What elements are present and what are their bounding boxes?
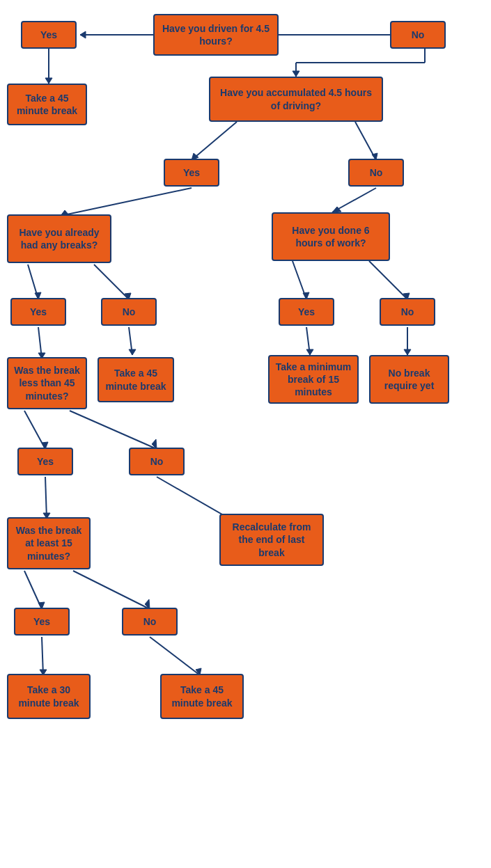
node-no-6: No: [122, 608, 178, 636]
svg-line-10: [192, 122, 237, 160]
node-was-break-15: Was the break at least 15 minutes?: [7, 517, 91, 569]
node-no-3: No: [101, 298, 157, 326]
svg-line-44: [73, 571, 150, 609]
svg-line-24: [369, 261, 407, 299]
node-driven-45: Have you driven for 4.5 hours?: [153, 14, 279, 56]
node-accumulated-45: Have you accumulated 4.5 hours of drivin…: [209, 77, 383, 122]
node-no-2: No: [348, 159, 404, 187]
node-break-less-45: Was the break less than 45 minutes?: [7, 357, 87, 409]
node-no-5: No: [129, 448, 185, 475]
svg-line-34: [24, 411, 45, 449]
svg-line-26: [38, 327, 42, 358]
svg-marker-5: [45, 78, 52, 84]
svg-line-20: [94, 265, 129, 299]
svg-line-38: [45, 477, 47, 519]
svg-line-30: [306, 327, 310, 355]
svg-marker-33: [404, 349, 411, 355]
svg-line-16: [332, 188, 376, 212]
svg-marker-17: [332, 207, 341, 212]
svg-marker-1: [80, 31, 86, 38]
node-yes-1: Yes: [21, 21, 77, 49]
svg-line-42: [24, 571, 42, 609]
svg-line-46: [42, 637, 43, 675]
svg-line-14: [61, 188, 192, 216]
node-no-1: No: [390, 21, 446, 49]
node-break-45-1: Take a 45 minute break: [7, 84, 87, 125]
svg-marker-29: [129, 349, 136, 355]
svg-marker-9: [293, 71, 299, 77]
svg-line-36: [70, 411, 157, 449]
node-recalculate: Recalculate from the end of last break: [219, 514, 324, 566]
node-break-45-3: Take a 45 minute break: [160, 674, 244, 719]
node-yes-4: Yes: [279, 298, 334, 326]
svg-line-12: [355, 122, 376, 160]
node-yes-3: Yes: [10, 298, 66, 326]
flowchart: Have you driven for 4.5 hours? Yes No Ta…: [0, 0, 491, 868]
svg-line-48: [150, 637, 200, 675]
node-done-6hrs: Have you done 6 hours of work?: [272, 212, 390, 261]
node-yes-6: Yes: [14, 608, 70, 636]
node-break-30: Take a 30 minute break: [7, 674, 91, 719]
node-yes-2: Yes: [164, 159, 219, 187]
node-yes-5: Yes: [17, 448, 73, 475]
svg-line-18: [28, 265, 38, 299]
arrows-svg: [0, 0, 491, 868]
node-no-4: No: [380, 298, 435, 326]
node-min-break-15: Take a minimum break of 15 minutes: [268, 355, 359, 404]
node-break-45-2: Take a 45 minute break: [98, 357, 174, 402]
node-had-breaks: Have you already had any breaks?: [7, 214, 111, 263]
svg-line-22: [293, 261, 306, 299]
svg-line-28: [129, 327, 132, 355]
node-no-break: No break require yet: [369, 355, 449, 404]
svg-marker-31: [306, 349, 313, 355]
